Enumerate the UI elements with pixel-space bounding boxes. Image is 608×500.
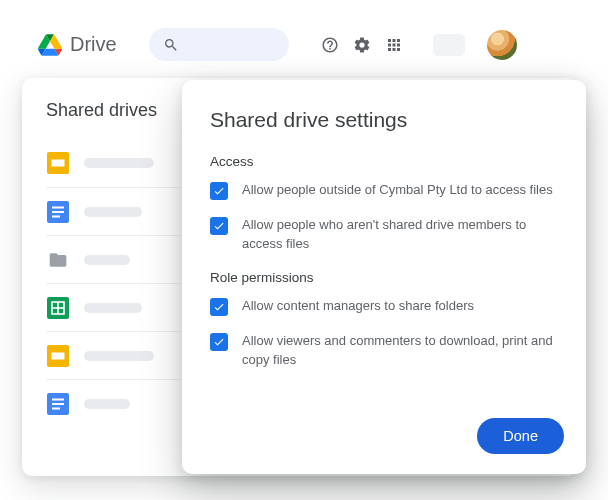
option-label: Allow people who aren't shared drive mem… — [242, 216, 558, 254]
svg-rect-4 — [52, 211, 64, 213]
settings-icon[interactable] — [353, 36, 371, 54]
check-icon — [213, 336, 225, 348]
search-input[interactable] — [149, 28, 289, 61]
svg-rect-5 — [52, 215, 60, 217]
checkbox-checked[interactable] — [210, 298, 228, 316]
option-row[interactable]: Allow people who aren't shared drive mem… — [210, 216, 558, 254]
check-icon — [213, 220, 225, 232]
section-heading-roles: Role permissions — [210, 270, 558, 285]
folder-icon — [46, 248, 70, 272]
account-chip[interactable] — [433, 34, 465, 56]
svg-rect-13 — [52, 398, 64, 400]
drive-logo-icon — [38, 34, 62, 56]
slides-icon — [46, 151, 70, 175]
search-icon — [163, 37, 179, 53]
done-button[interactable]: Done — [477, 418, 564, 454]
option-label: Allow content managers to share folders — [242, 297, 474, 316]
placeholder-line — [84, 351, 154, 361]
option-row[interactable]: Allow viewers and commenters to download… — [210, 332, 558, 370]
check-icon — [213, 301, 225, 313]
settings-dialog: Shared drive settings Access Allow peopl… — [182, 80, 586, 474]
svg-rect-3 — [52, 206, 64, 208]
svg-rect-15 — [52, 407, 60, 409]
placeholder-line — [84, 158, 154, 168]
docs-icon — [46, 392, 70, 416]
avatar[interactable] — [487, 30, 517, 60]
placeholder-line — [84, 255, 130, 265]
option-label: Allow people outside of Cymbal Pty Ltd t… — [242, 181, 553, 200]
dialog-title: Shared drive settings — [210, 108, 558, 132]
svg-rect-11 — [52, 352, 65, 359]
placeholder-line — [84, 399, 130, 409]
option-row[interactable]: Allow people outside of Cymbal Pty Ltd t… — [210, 181, 558, 200]
sheets-icon — [46, 296, 70, 320]
top-icons — [321, 36, 403, 54]
placeholder-line — [84, 207, 142, 217]
checkbox-checked[interactable] — [210, 333, 228, 351]
check-icon — [213, 185, 225, 197]
option-row[interactable]: Allow content managers to share folders — [210, 297, 558, 316]
apps-icon[interactable] — [385, 36, 403, 54]
checkbox-checked[interactable] — [210, 217, 228, 235]
top-bar: Drive — [0, 0, 608, 61]
drive-logo[interactable]: Drive — [38, 33, 117, 56]
svg-rect-14 — [52, 403, 64, 405]
svg-rect-1 — [52, 160, 65, 167]
placeholder-line — [84, 303, 142, 313]
brand-name: Drive — [70, 33, 117, 56]
docs-icon — [46, 200, 70, 224]
option-label: Allow viewers and commenters to download… — [242, 332, 558, 370]
slides-icon — [46, 344, 70, 368]
section-heading-access: Access — [210, 154, 558, 169]
help-icon[interactable] — [321, 36, 339, 54]
checkbox-checked[interactable] — [210, 182, 228, 200]
